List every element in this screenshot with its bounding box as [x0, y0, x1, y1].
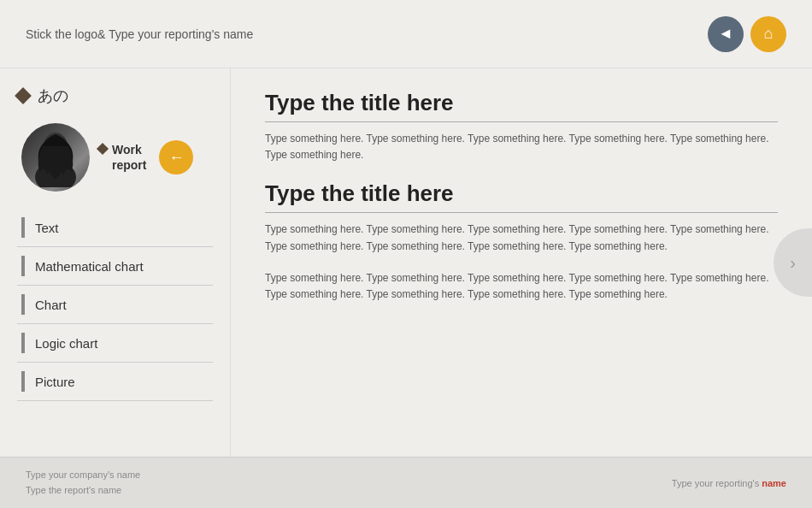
work-report-back-button[interactable]: ← — [159, 140, 193, 174]
nav-item-bar — [21, 371, 25, 392]
nav-back-icon: ◄ — [718, 25, 733, 43]
work-report-text: Work report — [112, 142, 146, 173]
work-report-diamond-icon — [97, 143, 109, 155]
footer: Type your company's name Type the report… — [0, 457, 812, 508]
sidebar-item-chart-label: Chart — [35, 298, 67, 312]
sidebar-item-picture-label: Picture — [35, 375, 75, 389]
footer-left: Type your company's name Type the report… — [26, 468, 140, 498]
work-report-section: Work report ← — [17, 123, 213, 192]
sidebar-header: あの — [17, 86, 213, 106]
content-text-1: Type something here. Type something here… — [265, 131, 778, 163]
sidebar: あの Work — [0, 68, 231, 457]
avatar-silhouette-icon — [26, 127, 85, 187]
sidebar-nav-items: Text Mathematical chart Chart Logic char… — [17, 209, 213, 401]
avatar — [21, 123, 90, 192]
content-area: Type the title here Type something here.… — [231, 68, 812, 341]
work-report-label: Work report — [98, 142, 146, 173]
back-icon: ← — [168, 149, 184, 167]
main-layout: あの Work — [0, 68, 812, 457]
header: Stick the logo& Type your reporting's na… — [0, 0, 812, 68]
content-title-2: Type the title here — [265, 180, 778, 213]
sidebar-item-text[interactable]: Text — [17, 209, 213, 247]
content-section-2: Type the title here Type something here.… — [265, 180, 778, 303]
content-text-2b: Type something here. Type something here… — [265, 270, 778, 303]
header-nav-buttons: ◄ ⌂ — [708, 16, 786, 52]
nav-item-bar — [21, 294, 25, 315]
footer-company-name: Type your company's name — [26, 468, 140, 483]
nav-home-button[interactable]: ⌂ — [750, 16, 786, 52]
sidebar-item-logic-chart[interactable]: Logic chart — [17, 324, 213, 363]
sidebar-item-chart[interactable]: Chart — [17, 286, 213, 324]
nav-item-bar — [21, 333, 25, 353]
nav-item-bar — [21, 217, 25, 238]
footer-right-label: Type your reporting's — [672, 478, 762, 488]
footer-right-name: name — [762, 478, 786, 488]
header-title: Stick the logo& Type your reporting's na… — [26, 27, 253, 41]
work-report-label-group: Work report — [98, 142, 146, 173]
sidebar-item-mathematical-chart-label: Mathematical chart — [35, 259, 144, 274]
chevron-right-icon: › — [790, 253, 796, 273]
nav-item-bar — [21, 256, 25, 276]
sidebar-item-text-label: Text — [35, 221, 59, 235]
sidebar-diamond-icon — [15, 87, 32, 104]
content-title-1: Type the title here — [265, 90, 778, 122]
content-text-2a: Type something here. Type something here… — [265, 222, 778, 254]
content-wrapper: Type the title here Type something here.… — [231, 68, 812, 457]
content-section-1: Type the title here Type something here.… — [265, 90, 778, 163]
footer-right: Type your reporting's name — [672, 478, 786, 488]
nav-back-button[interactable]: ◄ — [708, 16, 744, 52]
nav-home-icon: ⌂ — [764, 25, 774, 43]
sidebar-item-picture[interactable]: Picture — [17, 363, 213, 401]
sidebar-title: あの — [38, 86, 68, 106]
footer-report-name: Type the report's name — [26, 483, 140, 499]
avatar-container — [21, 123, 90, 192]
sidebar-item-mathematical-chart[interactable]: Mathematical chart — [17, 247, 213, 286]
sidebar-item-logic-chart-label: Logic chart — [35, 336, 97, 351]
